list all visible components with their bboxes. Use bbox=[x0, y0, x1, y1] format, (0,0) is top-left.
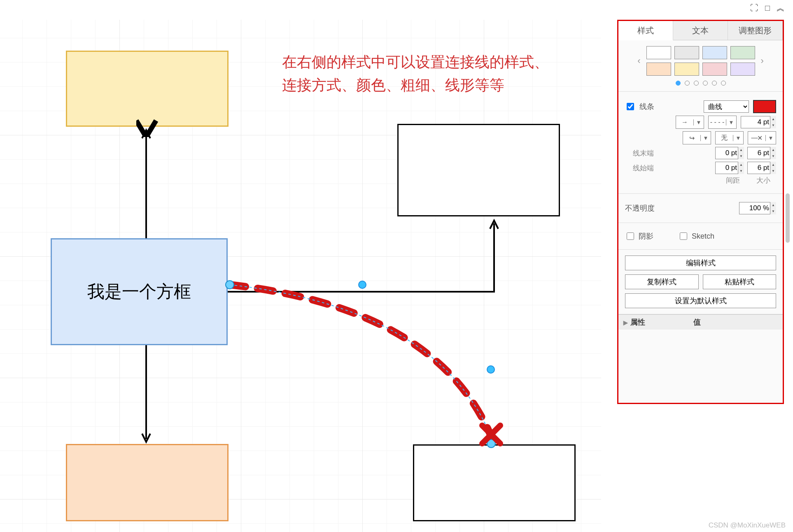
line-style-select[interactable]: 曲线 bbox=[704, 100, 749, 113]
watermark-text: CSDN @MoXinXueWEB bbox=[709, 521, 786, 530]
shadow-checkbox[interactable]: 阴影 bbox=[625, 231, 653, 241]
swatch-grid bbox=[646, 46, 755, 76]
window-controls: ⛶ □ ︽ bbox=[750, 2, 785, 14]
svg-line-6 bbox=[482, 425, 500, 444]
line-enable-checkbox[interactable] bbox=[627, 103, 634, 110]
copy-style-button[interactable]: 复制样式 bbox=[625, 274, 699, 289]
panel-tabs: 样式 文本 调整图形 bbox=[618, 21, 783, 40]
color-presets-section: ‹ › bbox=[618, 40, 783, 92]
line-color-swatch[interactable] bbox=[753, 100, 776, 113]
split-view-icon[interactable]: □ bbox=[765, 3, 770, 13]
swatch[interactable] bbox=[674, 63, 699, 76]
properties-header[interactable]: ▶属性 值 bbox=[618, 314, 783, 330]
selected-connector bbox=[230, 285, 491, 437]
svg-line-5 bbox=[482, 425, 500, 444]
dot[interactable] bbox=[676, 81, 681, 86]
shape-white-top[interactable] bbox=[397, 124, 560, 216]
opacity-section: 不透明度 ▲▼ bbox=[618, 194, 783, 223]
dot[interactable] bbox=[721, 81, 726, 86]
shape-blue-rect[interactable]: 我是一个方框 bbox=[51, 238, 228, 345]
arrow-end-dropdown[interactable]: ―✕ bbox=[748, 131, 776, 144]
collapse-panel-icon[interactable]: ︽ bbox=[777, 2, 785, 14]
triangle-right-icon: ▶ bbox=[623, 319, 628, 326]
shape-orange-rect[interactable] bbox=[66, 444, 229, 521]
swatch[interactable] bbox=[730, 63, 755, 76]
format-panel: 样式 文本 调整图形 ‹ › bbox=[617, 20, 784, 404]
dash-icon: - - - - bbox=[709, 118, 726, 126]
swatch-page-dots bbox=[625, 81, 776, 86]
dot[interactable] bbox=[685, 81, 690, 86]
effects-section: 阴影 Sketch bbox=[618, 223, 783, 250]
tab-style[interactable]: 样式 bbox=[618, 21, 673, 40]
connector-shape-dropdown[interactable]: ↪ bbox=[683, 131, 711, 144]
paste-style-button[interactable]: 粘贴样式 bbox=[703, 274, 777, 289]
arrow-icon: → bbox=[676, 118, 693, 126]
swatch-prev-icon[interactable]: ‹ bbox=[636, 56, 642, 66]
shape-white-bottom[interactable] bbox=[413, 444, 576, 521]
shape-blue-label: 我是一个方框 bbox=[87, 280, 191, 303]
swatch[interactable] bbox=[674, 46, 699, 59]
swatch[interactable] bbox=[702, 46, 727, 59]
waypoint-dropdown[interactable]: 无 bbox=[715, 131, 744, 144]
none-label-icon: 无 bbox=[716, 134, 733, 142]
arrow-start-dropdown[interactable]: → bbox=[676, 116, 704, 129]
dot[interactable] bbox=[703, 81, 708, 86]
axis-size-label: 大小 bbox=[756, 176, 770, 185]
diagram-canvas[interactable]: 我是一个方框 在右侧的样式中可以设置连接线的样式、 连接方式、颜色、粗细、线形等… bbox=[0, 20, 601, 532]
annotation-text: 在右侧的样式中可以设置连接线的样式、 连接方式、颜色、粗细、线形等等 bbox=[282, 51, 550, 97]
swatch[interactable] bbox=[646, 63, 671, 76]
dot[interactable] bbox=[694, 81, 699, 86]
cross-icon: ―✕ bbox=[748, 134, 765, 142]
swatch[interactable] bbox=[646, 46, 671, 59]
swatch[interactable] bbox=[730, 46, 755, 59]
style-buttons-section: 编辑样式 复制样式 粘贴样式 设置为默认样式 bbox=[618, 250, 783, 314]
axis-gap-label: 间距 bbox=[726, 176, 740, 185]
scrollbar-thumb[interactable] bbox=[786, 193, 790, 243]
dash-pattern-dropdown[interactable]: - - - - bbox=[708, 116, 737, 129]
fullscreen-icon[interactable]: ⛶ bbox=[750, 3, 758, 13]
line-label: 线条 bbox=[639, 102, 654, 112]
tab-arrange[interactable]: 调整图形 bbox=[728, 21, 783, 40]
opacity-label: 不透明度 bbox=[625, 203, 655, 213]
swatch-next-icon[interactable]: › bbox=[759, 56, 765, 66]
sketch-checkbox[interactable]: Sketch bbox=[678, 231, 714, 241]
curve-icon: ↪ bbox=[683, 134, 700, 142]
set-default-style-button[interactable]: 设置为默认样式 bbox=[625, 293, 776, 308]
dot[interactable] bbox=[712, 81, 717, 86]
svg-point-1 bbox=[359, 281, 366, 288]
line-section: 线条 曲线 → - - - - ▲▼ bbox=[618, 92, 783, 194]
line-start-label: 线始端 bbox=[625, 163, 654, 173]
swatch[interactable] bbox=[702, 63, 727, 76]
svg-point-2 bbox=[487, 366, 494, 373]
shape-yellow-rect[interactable] bbox=[66, 51, 229, 127]
line-end-label: 线末端 bbox=[625, 149, 654, 158]
edit-style-button[interactable]: 编辑样式 bbox=[625, 256, 776, 270]
tab-text[interactable]: 文本 bbox=[673, 21, 728, 40]
